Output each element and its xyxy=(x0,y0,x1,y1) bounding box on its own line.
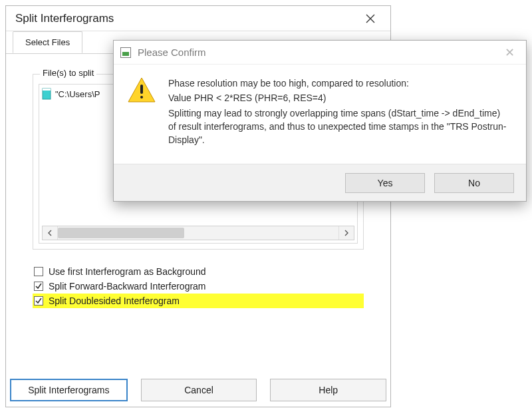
dialog-body: Phase resolution may be too high, compar… xyxy=(114,65,526,164)
dialog-titlebar: Please Confirm ✕ xyxy=(114,41,526,65)
button-label: No xyxy=(468,178,480,188)
cancel-button[interactable]: Cancel xyxy=(141,379,257,401)
button-label: Yes xyxy=(378,178,393,188)
close-icon xyxy=(357,14,384,23)
dialog-footer: Yes No xyxy=(114,164,526,201)
dialog-message: Phase resolution may be too high, compar… xyxy=(168,77,510,148)
help-button[interactable]: Help xyxy=(270,379,386,401)
dialog-close-button[interactable]: ✕ xyxy=(499,45,519,60)
yes-button[interactable]: Yes xyxy=(345,173,425,193)
option-label: Use first Interferogram as Background xyxy=(49,266,206,277)
main-titlebar: Split Interferograms xyxy=(6,6,390,31)
scroll-right-button[interactable] xyxy=(339,226,354,240)
button-label: Split Interferograms xyxy=(28,385,109,395)
app-icon xyxy=(120,47,131,58)
option-label: Split Forward-Backward Interferogram xyxy=(49,281,206,292)
checkbox[interactable] xyxy=(34,267,43,276)
horizontal-scrollbar[interactable] xyxy=(42,226,354,240)
option-split-doublesided[interactable]: Split Doublesided Interferogram xyxy=(33,294,364,308)
option-use-first-as-background[interactable]: Use first Interferogram as Background xyxy=(33,264,364,279)
message-line: Value PHR < 2*RES (PHR=6, RES=4) xyxy=(168,91,510,104)
scroll-thumb[interactable] xyxy=(58,228,184,238)
checkbox[interactable] xyxy=(34,296,43,306)
scroll-track[interactable] xyxy=(57,226,339,240)
warning-icon xyxy=(127,77,156,148)
message-line: Phase resolution may be too high, compar… xyxy=(168,77,510,90)
dialog-title: Please Confirm xyxy=(138,47,493,58)
message-line: Splitting may lead to strongly overlappi… xyxy=(168,106,510,147)
split-interferograms-button[interactable]: Split Interferograms xyxy=(10,379,128,401)
close-button[interactable] xyxy=(357,14,384,23)
close-icon: ✕ xyxy=(505,46,515,59)
options-section: Use first Interferogram as Background Sp… xyxy=(33,264,364,308)
chevron-left-icon xyxy=(47,228,53,238)
scroll-left-button[interactable] xyxy=(43,226,57,240)
no-button[interactable]: No xyxy=(434,173,514,193)
group-legend: File(s) to split xyxy=(40,68,96,78)
window-title: Split Interferograms xyxy=(15,12,357,25)
file-icon xyxy=(42,88,51,100)
option-split-forward-backward[interactable]: Split Forward-Backward Interferogram xyxy=(33,279,364,294)
option-label: Split Doublesided Interferogram xyxy=(49,296,180,306)
chevron-right-icon xyxy=(344,228,349,238)
button-bar: Split Interferograms Cancel Help xyxy=(10,379,386,401)
tab-select-files[interactable]: Select Files xyxy=(13,31,82,53)
button-label: Cancel xyxy=(184,385,213,395)
file-path: "C:\Users\P xyxy=(55,89,100,99)
checkbox[interactable] xyxy=(34,282,43,291)
please-confirm-dialog: Please Confirm ✕ Phase resolution may be… xyxy=(113,40,527,202)
svg-rect-1 xyxy=(43,89,51,91)
svg-rect-3 xyxy=(140,96,143,99)
svg-rect-2 xyxy=(140,85,143,94)
button-label: Help xyxy=(319,385,338,395)
